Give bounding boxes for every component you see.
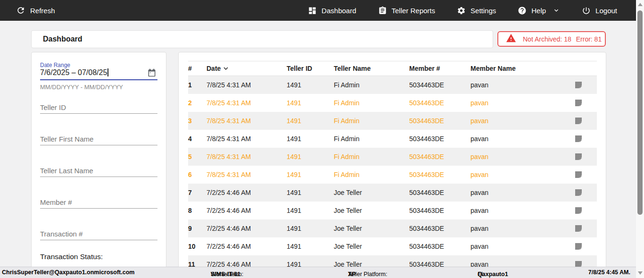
results-card: # Date Teller ID Teller Name Member # Me…	[178, 52, 606, 274]
row-member-name: pavan	[471, 153, 560, 160]
date-range-underline	[40, 79, 157, 80]
row-member-name: pavan	[471, 225, 560, 232]
row-teller-name: Fi Admin	[334, 135, 409, 143]
error-count: Error: 81	[576, 35, 602, 43]
note-icon[interactable]	[574, 116, 583, 126]
row-member-name: pavan	[471, 189, 560, 196]
row-teller-id: 1491	[287, 117, 334, 125]
row-date: 7/2/25 4:46 AM	[206, 243, 287, 250]
row-member: 5034463DE	[409, 99, 471, 107]
note-icon[interactable]	[574, 152, 583, 161]
row-date: 7/8/25 4:31 AM	[206, 99, 287, 107]
row-member: 5034463DE	[409, 171, 471, 178]
teller-first-name-input[interactable]: Teller First Name	[40, 135, 157, 143]
col-date-sort[interactable]: Date	[206, 64, 287, 73]
nav-help-label: Help	[531, 7, 546, 15]
row-teller-name: Joe Teller	[334, 225, 409, 232]
top-navbar: Refresh Dashboard Teller Reports Setting…	[0, 0, 636, 21]
teller-id-input[interactable]: Teller ID	[40, 103, 157, 111]
page-title: Dashboard	[32, 35, 83, 43]
nav-logout[interactable]: Logout	[582, 6, 617, 15]
table-row[interactable]: 7 7/2/25 4:46 AM 1491 Joe Teller 5034463…	[188, 184, 597, 202]
table-row[interactable]: 10 7/2/25 4:46 AM 1491 Joe Teller 503446…	[188, 237, 597, 255]
row-number: 9	[188, 225, 206, 232]
nav-logout-label: Logout	[595, 7, 617, 15]
note-icon[interactable]	[574, 206, 583, 215]
transaction-status-label: Transaction Status:	[40, 253, 157, 261]
table-body: 1 7/8/25 4:31 AM 1491 Fi Admin 5034463DE…	[188, 76, 597, 273]
col-num: #	[188, 65, 206, 72]
row-number: 6	[188, 171, 206, 178]
note-icon[interactable]	[574, 224, 583, 233]
row-date: 7/8/25 4:31 AM	[206, 135, 287, 143]
row-number: 5	[188, 153, 206, 160]
note-icon[interactable]	[574, 242, 583, 251]
row-teller-id: 1491	[287, 99, 334, 107]
row-number: 2	[188, 99, 206, 107]
reports-icon	[378, 6, 387, 15]
row-member-name: pavan	[471, 207, 560, 214]
date-range-label: Date Range	[40, 62, 157, 68]
row-date: 7/8/25 4:31 AM	[206, 81, 287, 89]
row-number: 1	[188, 81, 206, 89]
date-range-input[interactable]: 7/6/2025 – 07/08/25	[40, 68, 157, 77]
text-caret	[107, 68, 108, 76]
row-number: 3	[188, 117, 206, 125]
teller-last-name-underline	[40, 177, 157, 177]
row-teller-id: 1491	[287, 207, 334, 214]
row-member: 5034463DE	[409, 153, 471, 160]
note-icon[interactable]	[574, 134, 583, 143]
table-row[interactable]: 6 7/8/25 4:31 AM 1491 Fi Admin 5034463DE…	[188, 166, 597, 184]
row-member-name: pavan	[471, 171, 560, 178]
transaction-number-underline	[40, 240, 157, 240]
table-row[interactable]: 3 7/8/25 4:31 AM 1491 Fi Admin 5034463DE…	[188, 112, 597, 130]
scroll-up-arrow[interactable]	[638, 3, 643, 6]
nav-settings[interactable]: Settings	[457, 6, 496, 15]
member-number-input[interactable]: Member #	[40, 198, 157, 206]
col-teller-name: Teller Name	[334, 65, 409, 72]
table-row[interactable]: 9 7/2/25 4:46 AM 1491 Joe Teller 5034463…	[188, 219, 597, 237]
row-member: 5034463DE	[409, 81, 471, 89]
nav-teller-reports[interactable]: Teller Reports	[378, 6, 436, 15]
row-member: 5034463DE	[409, 135, 471, 143]
row-member: 5034463DE	[409, 243, 471, 250]
note-icon[interactable]	[574, 170, 583, 179]
refresh-button[interactable]: Refresh	[0, 6, 55, 15]
filter-sidebar: Date Range 7/6/2025 – 07/08/25 MM/DD/YYY…	[31, 52, 166, 274]
nav-dashboard[interactable]: Dashboard	[308, 6, 356, 15]
note-icon[interactable]	[574, 188, 583, 197]
row-member-name: pavan	[471, 243, 560, 250]
results-table: # Date Teller ID Teller Name Member # Me…	[188, 61, 597, 273]
teller-last-name-input[interactable]: Teller Last Name	[40, 167, 157, 175]
row-number: 7	[188, 189, 206, 196]
col-member-name: Member Name	[471, 65, 560, 72]
row-teller-name: Fi Admin	[334, 117, 409, 125]
row-teller-name: Joe Teller	[334, 189, 409, 196]
table-row[interactable]: 5 7/8/25 4:31 AM 1491 Fi Admin 5034463DE…	[188, 148, 597, 166]
row-member: 5034463DE	[409, 225, 471, 232]
row-number: 4	[188, 135, 206, 143]
scroll-down-arrow[interactable]	[638, 271, 643, 275]
row-teller-id: 1491	[287, 171, 334, 178]
row-teller-name: Joe Teller	[334, 243, 409, 250]
table-row[interactable]: 4 7/8/25 4:31 AM 1491 Fi Admin 5034463DE…	[188, 130, 597, 148]
note-icon[interactable]	[574, 80, 583, 90]
table-row[interactable]: 1 7/8/25 4:31 AM 1491 Fi Admin 5034463DE…	[188, 76, 597, 94]
table-row[interactable]: 2 7/8/25 4:31 AM 1491 Fi Admin 5034463DE…	[188, 94, 597, 112]
row-number: 10	[188, 243, 206, 250]
row-member: 5034463DE	[409, 189, 471, 196]
scrollbar-thumb[interactable]	[637, 10, 643, 215]
row-member-name: pavan	[471, 117, 560, 125]
dashboard-icon	[308, 6, 317, 15]
row-date: 7/8/25 4:31 AM	[206, 117, 287, 125]
app-screen: Refresh Dashboard Teller Reports Setting…	[0, 0, 644, 278]
note-icon[interactable]	[574, 98, 583, 108]
col-teller-id: Teller ID	[287, 65, 334, 72]
nav-help[interactable]: Help	[518, 6, 560, 15]
row-teller-name: Fi Admin	[334, 99, 409, 107]
row-date: 7/2/25 4:46 AM	[206, 207, 287, 214]
calendar-icon[interactable]	[147, 68, 157, 77]
transaction-number-input[interactable]: Transaction #	[40, 230, 157, 238]
table-row[interactable]: 8 7/2/25 4:46 AM 1491 Joe Teller 5034463…	[188, 202, 597, 219]
row-teller-id: 1491	[287, 81, 334, 89]
